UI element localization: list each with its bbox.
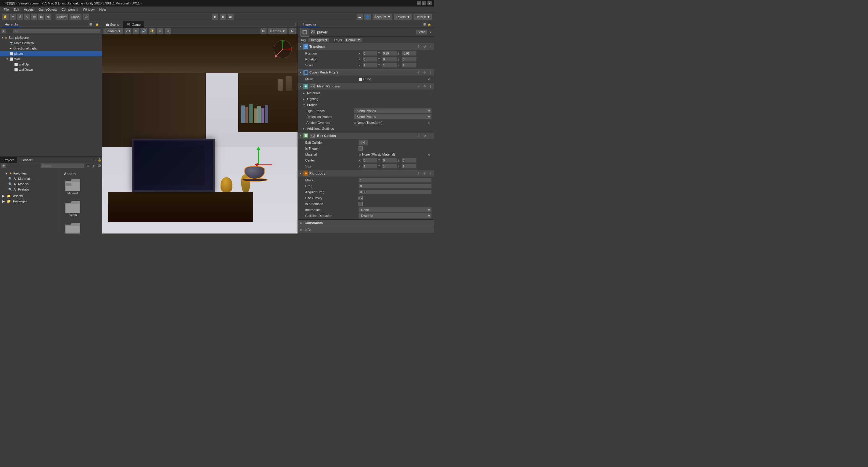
box-collider-header[interactable]: ▼ ⬜ ✓ Box Collider ? ⚙ ⋮ [298,133,434,139]
project-filter-btn[interactable]: ⊞ [86,163,90,168]
center-x[interactable] [363,158,377,163]
global-local-btn[interactable]: Global [69,13,82,20]
probes-subsection[interactable]: ▼ Probes [298,102,434,108]
asset-item-material[interactable]: Material [62,177,84,196]
hierarchy-item-menu[interactable]: ⋮ [97,35,102,40]
hierarchy-minus-btn[interactable]: − [7,29,12,33]
asset-item-scenes[interactable]: Scenes [62,221,84,233]
rigidbody-menu-btn[interactable]: ⋮ [428,171,433,176]
menu-assets[interactable]: Assets [22,6,36,12]
hierarchy-item[interactable]: 📷 Main Camera [0,40,102,46]
is-kinematic-checkbox[interactable] [359,202,363,206]
rotation-z[interactable] [402,57,416,62]
scale-z[interactable] [402,63,416,67]
rotate-tool[interactable]: ↺ [17,13,23,20]
menu-file[interactable]: File [1,6,11,12]
materials-subsection[interactable]: ▶ Materials 1 [298,90,434,96]
layer-dropdown[interactable]: Default ▼ [345,38,362,42]
lighting-btn[interactable]: ☀ [133,28,139,34]
menu-window[interactable]: Window [81,6,97,12]
hierarchy-search[interactable] [13,29,101,33]
mass-input[interactable] [359,178,432,182]
additional-settings-subsection[interactable]: ▶ Additional Settings [298,126,434,132]
inspector-tab[interactable]: Inspector [301,22,318,27]
use-gravity-checkbox[interactable]: ✓ [359,196,363,200]
inspector-menu-btn[interactable]: ☰ [422,22,427,27]
collider-settings-btn[interactable]: ⚙ [422,133,427,138]
rotation-x[interactable] [363,57,377,62]
is-trigger-checkbox[interactable] [359,146,363,150]
bottom-menu-btn[interactable]: ☰ [92,158,97,163]
collision-detection-dropdown[interactable]: Discrete [359,213,432,218]
rigidbody-settings-btn[interactable]: ⚙ [422,171,427,176]
mesh-menu-btn[interactable]: ⋮ [428,70,433,75]
console-tab[interactable]: Console [17,157,36,163]
hierarchy-item[interactable]: ▼ ⬜ Wall [0,56,102,62]
rotation-y[interactable] [382,57,397,62]
anchor-select-btn[interactable]: ⊙ [427,120,432,125]
custom-tool[interactable]: ⊕ [45,13,52,20]
play-btn[interactable]: ▶ [212,13,218,20]
shading-dropdown[interactable]: Shaded ▼ [103,28,123,34]
scale-y[interactable] [382,63,397,67]
snap-btn[interactable]: ⊞ [83,13,89,20]
constraints-header[interactable]: ▶ Constraints [298,220,434,226]
interpolate-dropdown[interactable]: None [359,207,432,212]
step-btn[interactable]: ⏭ [227,13,234,20]
audio-btn[interactable]: 🔊 [140,28,148,34]
menu-edit[interactable]: Edit [11,6,22,12]
angular-drag-input[interactable] [359,189,432,194]
transform-header[interactable]: ▼ ⊕ Transform ? ⚙ ⋮ [298,43,434,50]
maximize-btn[interactable]: □ [422,1,426,5]
rigidbody-header[interactable]: ▼ ⊕ Rigidbody ? ⚙ ⋮ [298,170,434,177]
rigidbody-help-btn[interactable]: ? [416,171,421,176]
project-minus-btn[interactable]: − [7,163,12,168]
hierarchy-item[interactable]: ▼ ★ SampleScene ⋮ [0,35,102,40]
pause-btn[interactable]: ⏸ [220,13,226,20]
mesh-renderer-enabled[interactable]: ✓ [311,84,315,88]
layers-dropdown[interactable]: Layers ▼ [394,13,412,20]
scene-view-area[interactable]: Y X Z [102,34,298,233]
favorites-all-models[interactable]: 🔍 All Models [4,181,55,187]
size-x[interactable] [363,164,377,169]
inspector-lock-btn[interactable]: 🔒 [427,22,432,27]
menu-gameobject[interactable]: GameObject [36,6,59,12]
scene-gizmo[interactable]: Y X Z [272,39,293,60]
static-dropdown-btn[interactable]: Static [416,30,427,35]
transform-tool[interactable]: ⊞ [38,13,44,20]
transform-help-btn[interactable]: ? [416,44,421,49]
collider-menu-btn[interactable]: ⋮ [428,133,433,138]
cloud-btn[interactable]: ☁ [356,13,363,20]
all-layers-dropdown[interactable]: All [289,28,296,34]
project-star-btn[interactable]: ★ [91,163,96,168]
scale-x[interactable] [363,63,377,67]
size-z[interactable] [402,164,416,169]
hierarchy-item[interactable]: ⬜ wallDown [0,67,102,72]
account-dropdown[interactable]: Account ▼ [372,13,393,20]
renderer-menu-btn[interactable]: ⋮ [428,84,433,89]
renderer-settings-btn[interactable]: ⚙ [422,84,427,89]
scale-tool[interactable]: ⤡ [24,13,30,20]
collider-help-btn[interactable]: ? [416,133,421,138]
lighting-subsection[interactable]: ▶ Lighting [298,96,434,102]
hierarchy-tab[interactable]: Hierarchy [2,22,21,27]
mesh-settings-btn[interactable]: ⚙ [422,70,427,75]
project-search[interactable] [40,163,84,168]
project-tab[interactable]: Project [0,157,17,163]
material-select-btn[interactable]: ⊙ [427,152,432,157]
object-active-checkbox[interactable]: ✓ [311,30,315,34]
center-y[interactable] [382,158,397,163]
menu-component[interactable]: Component [59,6,81,12]
reflection-probes-dropdown[interactable]: Blend Probes [354,114,432,119]
project-add-btn[interactable]: + [1,163,6,168]
scene-view-tab[interactable]: 🏔 Scene [102,21,123,28]
asset-item-prefab[interactable]: prefab [62,199,84,218]
hierarchy-item[interactable]: ⬜ wallUp [0,62,102,67]
renderer-help-btn[interactable]: ? [416,84,421,89]
scene-option2[interactable]: ⊞ [164,28,171,34]
scene-option1[interactable]: ⊙ [157,28,163,34]
edit-collider-btn[interactable] [359,140,368,145]
close-btn[interactable]: ✕ [428,1,432,5]
mesh-renderer-header[interactable]: ▼ ▣ ✓ Mesh Renderer ? ⚙ ⋮ [298,83,434,89]
center-z[interactable] [402,158,416,163]
